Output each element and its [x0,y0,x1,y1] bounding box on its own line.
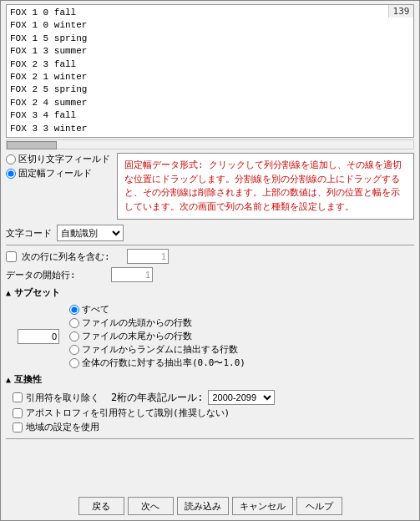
subset-all-label[interactable]: すべて [69,303,245,316]
subset-input-col [18,329,59,344]
preview-content: FOX 1 0 fall FOX 1 0 winter FOX 1 5 spri… [7,5,413,138]
charcode-row: 文字コード 自動識別 [1,223,419,243]
locale-checkbox[interactable] [13,422,23,432]
delimited-radio-label[interactable]: 区切り文字フィールド [6,153,110,165]
locale-label: 地域の設定を使用 [26,421,99,433]
subset-ratio-text: 全体の行数に対する抽出率(0.0〜1.0) [82,357,245,369]
subset-header: ▲ サブセット [1,284,419,301]
subset-radios-col: すべて ファイルの先頭からの行数 ファイルの末尾からの行数 ファイルからランダム… [69,303,245,369]
compat-title: 互換性 [14,373,42,386]
help-button[interactable]: ヘルプ [296,497,342,515]
data-start-label: データの開始行: [6,269,106,281]
cancel-button[interactable]: キャンセル [232,497,293,515]
subset-ratio-label[interactable]: 全体の行数に対する抽出率(0.0〜1.0) [69,357,245,369]
charcode-select[interactable]: 自動識別 [57,225,124,241]
header-row: 次の行に列名を含む: [1,247,419,266]
subset-content: すべて ファイルの先頭からの行数 ファイルの末尾からの行数 ファイルからランダム… [1,301,419,371]
delimited-radio[interactable] [6,154,16,164]
subset-row: すべて ファイルの先頭からの行数 ファイルの末尾からの行数 ファイルからランダム… [18,303,414,369]
compat-content: 引用符を取り除く 2桁の年表記ルール: 2000-2099 1900-1999 … [1,388,419,437]
subset-random-text: ファイルからランダムに抽出する行数 [82,343,238,356]
subset-input[interactable] [18,329,59,344]
apostrophe-checkbox-label[interactable]: アポストロフィを引用符として識別(推奨しない) [13,407,230,419]
year-rule-label: 2桁の年表記ルール: [111,391,203,405]
subset-all-text: すべて [82,303,109,316]
separator-1 [6,245,414,245]
data-start-input[interactable] [111,267,153,282]
compat-locale-row: 地域の設定を使用 [13,421,414,433]
info-box: 固定幅データ形式: クリックして列分割線を追加し、その線を適切な位置にドラッグし… [117,153,414,220]
separator-2 [6,438,414,439]
compat-header: ▲ 互換性 [1,371,419,388]
fixed-label: 固定幅フィールド [18,167,92,180]
quote-label: 引用符を取り除く [26,392,99,404]
scrollbar-thumb[interactable] [7,141,57,149]
subset-bottom-label[interactable]: ファイルの末尾からの行数 [69,330,245,342]
load-button[interactable]: 読み込み [177,497,229,515]
subset-top-radio[interactable] [69,318,79,328]
header-label: 次の行に列名を含む: [22,250,122,263]
fixed-radio-label[interactable]: 固定幅フィールド [6,167,110,180]
subset-random-radio[interactable] [69,345,79,355]
field-type-group: 区切り文字フィールド 固定幅フィールド [6,153,110,180]
subset-top-label[interactable]: ファイルの先頭からの行数 [69,316,245,329]
compat-apostrophe-row: アポストロフィを引用符として識別(推奨しない) [13,407,414,419]
options-row: 区切り文字フィールド 固定幅フィールド 固定幅データ形式: クリックして列分割線… [1,149,419,223]
subset-bottom-text: ファイルの末尾からの行数 [82,330,192,342]
year-select[interactable]: 2000-2099 1900-1999 [208,390,275,405]
compat-quote-row: 引用符を取り除く 2桁の年表記ルール: 2000-2099 1900-1999 [13,390,414,405]
subset-all-radio[interactable] [69,305,79,315]
delimited-label: 区切り文字フィールド [18,153,110,165]
apostrophe-checkbox[interactable] [13,408,23,418]
subset-random-label[interactable]: ファイルからランダムに抽出する行数 [69,343,245,356]
next-button[interactable]: 次へ [128,497,174,515]
locale-checkbox-label[interactable]: 地域の設定を使用 [13,421,99,433]
subset-bottom-radio[interactable] [69,331,79,341]
subset-title: サブセット [14,286,60,299]
header-checkbox[interactable] [6,251,17,262]
quote-checkbox-label[interactable]: 引用符を取り除く [13,392,99,404]
charcode-label: 文字コード [6,227,52,240]
subset-ratio-radio[interactable] [69,358,79,368]
button-row: 戻る 次へ 読み込み キャンセル ヘルプ [1,492,419,520]
fixed-radio[interactable] [6,169,16,179]
subset-triangle: ▲ [6,288,11,297]
info-text: 固定幅データ形式: クリックして列分割線を追加し、その線を適切な位置にドラッグし… [124,159,402,212]
compat-triangle: ▲ [6,375,11,384]
apostrophe-label: アポストロフィを引用符として識別(推奨しない) [26,407,230,419]
subset-top-text: ファイルの先頭からの行数 [82,316,192,329]
line-number: 139 [388,5,413,18]
horizontal-scrollbar[interactable] [6,139,414,149]
data-start-row: データの開始行: [1,266,419,284]
back-button[interactable]: 戻る [78,497,124,515]
dialog-container: 139 FOX 1 0 fall FOX 1 0 winter FOX 1 5 … [0,0,420,521]
preview-area[interactable]: 139 FOX 1 0 fall FOX 1 0 winter FOX 1 5 … [6,4,414,138]
quote-checkbox[interactable] [13,392,23,402]
header-input[interactable] [127,249,169,264]
